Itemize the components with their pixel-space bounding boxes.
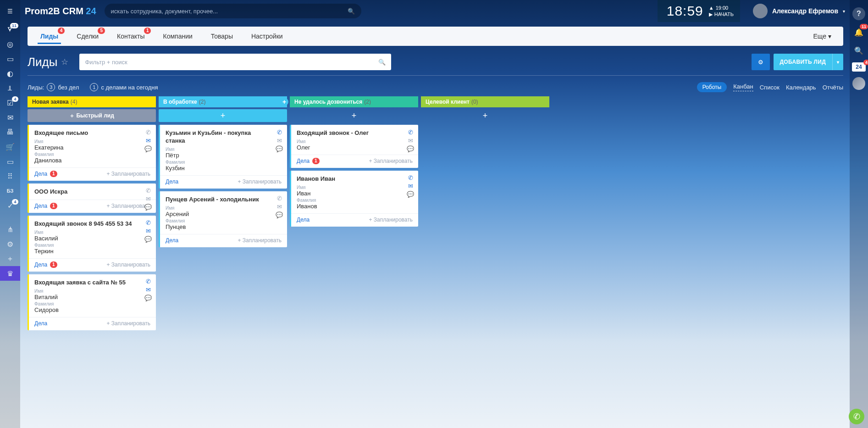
nav-tab-0[interactable]: Лиды4 — [31, 27, 67, 46]
app-logo[interactable]: Prom2B CRM 24 — [25, 6, 96, 17]
mail-icon[interactable]: ✉ — [144, 195, 152, 203]
settings-button[interactable]: ⚙ — [752, 54, 770, 70]
card-plan-link[interactable]: + Запланировать — [369, 217, 413, 223]
lead-card[interactable]: Входящий звонок - ОлегИмяОлег✆✉💬Дела 1+ … — [290, 125, 418, 168]
mail-icon[interactable]: ✉ — [406, 137, 415, 144]
phone-icon[interactable]: ✆ — [144, 128, 152, 136]
mail-icon[interactable]: ✉ — [275, 203, 283, 211]
card-deals-link[interactable]: Дела — [166, 237, 178, 244]
rail-filter-icon[interactable]: ⛛11 — [0, 22, 20, 37]
lead-card[interactable]: Иванов ИванИмяИванФамилияИванов✆✉💬Дела+ … — [290, 171, 418, 227]
card-plan-link[interactable]: + Запланировать — [106, 320, 150, 327]
leads-count-today[interactable]: 1 — [90, 83, 98, 91]
card-deals-link[interactable]: Дела — [166, 178, 178, 185]
bell-icon[interactable]: 🔔11 — [852, 26, 865, 39]
rail-cart-icon[interactable]: 🛒 — [0, 139, 20, 154]
rail-apps-icon[interactable]: ⠿ — [0, 169, 20, 183]
filter-input[interactable] — [85, 59, 378, 66]
lead-card[interactable]: Пунцев Арсений - холодильникИмяАрсенийФа… — [159, 191, 287, 247]
nav-tab-1[interactable]: Сделки5 — [67, 27, 108, 46]
filter-search[interactable] — [79, 54, 391, 70]
column-header[interactable]: В обработке (2)+ — [159, 96, 287, 107]
card-deals-link[interactable]: Дела — [34, 320, 47, 327]
card-deals-link[interactable]: Дела — [297, 217, 310, 223]
leads-count-nodeals[interactable]: 3 — [47, 83, 55, 91]
chevron-down-icon[interactable]: ▾ — [832, 54, 843, 70]
column-header[interactable]: Не удалось дозвониться (2) — [290, 96, 418, 107]
chat-icon[interactable]: 💬 — [144, 295, 152, 302]
call-fab[interactable]: ✆ — [849, 409, 864, 424]
quick-lead-button[interactable]: ＋ Быстрый лид — [28, 109, 156, 122]
phone-icon[interactable]: ✆ — [144, 187, 152, 195]
chat-icon[interactable]: 💬 — [275, 211, 283, 219]
search-icon[interactable] — [378, 59, 386, 66]
clock-start-button[interactable]: ▶ НАЧАТЬ — [709, 11, 734, 17]
mail-icon[interactable]: ✉ — [406, 183, 415, 190]
rail-moon-icon[interactable]: ◐ — [0, 66, 20, 81]
help-icon[interactable]: ? — [852, 7, 865, 20]
hamburger-menu[interactable]: ☰ — [0, 0, 20, 22]
chat-icon[interactable]: 💬 — [144, 145, 152, 152]
column-header[interactable]: Целевой клиент (0) — [421, 96, 549, 107]
card-plan-link[interactable]: + Запланировать — [238, 178, 282, 185]
view-kanban[interactable]: Канбан — [733, 83, 753, 91]
rail-crown-icon[interactable]: ♛ — [0, 266, 20, 281]
lead-card[interactable]: Входящая заявка с сайта № 55ИмяВиталийФа… — [28, 274, 156, 330]
rail-gear-icon[interactable]: ⚙ — [0, 237, 20, 251]
lead-card[interactable]: Входящий звонок 8 945 455 53 34ИмяВасили… — [28, 216, 156, 272]
rail-target-icon[interactable]: ◎ — [0, 37, 20, 51]
phone-icon[interactable]: ✆ — [275, 195, 283, 202]
global-search-input[interactable] — [111, 8, 348, 15]
mail-icon[interactable]: ✉ — [275, 137, 283, 144]
lead-card[interactable]: Кузьмин и Кузьбин - покупка станкаИмяПёт… — [159, 125, 287, 189]
nav-tab-5[interactable]: Настройки — [242, 27, 292, 46]
search-icon[interactable]: 🔍 — [852, 44, 865, 57]
rail-doc-icon[interactable]: ▭ — [0, 51, 20, 66]
robots-button[interactable]: Роботы — [697, 82, 727, 92]
card-plan-link[interactable]: + Запланировать — [238, 237, 282, 244]
phone-icon[interactable]: ✆ — [406, 128, 415, 136]
rail-kb-icon[interactable]: БЗ — [0, 183, 20, 198]
view-reports[interactable]: Отчёты — [823, 84, 843, 91]
column-header[interactable]: Новая заявка (4) — [28, 96, 156, 107]
nav-tab-2[interactable]: Контакты1 — [108, 27, 154, 46]
lead-card[interactable]: Входящее письмоИмяЕкатеринаФамилияДанило… — [28, 125, 156, 181]
chat-icon[interactable]: 💬 — [275, 145, 283, 152]
column-add-button[interactable]: + — [290, 109, 418, 122]
user-menu[interactable]: Александр Ефремов ▾ — [753, 4, 845, 18]
rail-check-icon[interactable]: ☑4 — [0, 95, 20, 110]
phone-icon[interactable]: ✆ — [406, 174, 415, 182]
phone-icon[interactable]: ✆ — [275, 128, 283, 136]
rail-mail-icon[interactable]: ✉ — [0, 110, 20, 125]
card-deals-link[interactable]: Дела 1 — [34, 171, 57, 177]
chat-icon[interactable]: 💬 — [144, 204, 152, 211]
star-icon[interactable]: ☆ — [61, 57, 68, 67]
nav-tab-3[interactable]: Компании — [154, 27, 201, 46]
column-add-button[interactable]: + — [421, 109, 549, 122]
global-search[interactable] — [105, 4, 361, 18]
rail-shield-icon[interactable]: ✓4 — [0, 198, 20, 213]
mail-icon[interactable]: ✉ — [144, 286, 152, 294]
mail-icon[interactable]: ✉ — [144, 137, 152, 144]
rail-print-icon[interactable]: 🖶 — [0, 125, 20, 139]
card-deals-link[interactable]: Дела 1 — [297, 158, 320, 164]
card-plan-link[interactable]: + Запланировать — [106, 171, 150, 177]
column-add-icon[interactable]: + — [280, 98, 288, 106]
rail-avatar[interactable] — [852, 77, 865, 90]
rail-chart-icon[interactable]: ⫫ — [0, 81, 20, 95]
view-calendar[interactable]: Календарь — [786, 84, 816, 91]
rail-plus-icon[interactable]: ＋ — [0, 251, 20, 266]
b24-badge[interactable]: 244 — [852, 62, 866, 72]
lead-card[interactable]: ООО Искра✆✉💬Дела 1+ Запланировать — [28, 183, 156, 213]
chat-icon[interactable]: 💬 — [406, 191, 415, 198]
chat-icon[interactable]: 💬 — [406, 145, 415, 152]
card-deals-link[interactable]: Дела 1 — [34, 261, 57, 268]
phone-icon[interactable]: ✆ — [144, 219, 152, 227]
view-list[interactable]: Список — [760, 84, 780, 91]
search-icon[interactable] — [348, 8, 355, 15]
rail-sitemap-icon[interactable]: ⋔ — [0, 222, 20, 237]
nav-tab-4[interactable]: Товары — [202, 27, 242, 46]
column-add-button[interactable]: + — [159, 109, 287, 122]
add-lead-button[interactable]: ДОБАВИТЬ ЛИД ▾ — [774, 54, 844, 70]
chat-icon[interactable]: 💬 — [144, 236, 152, 243]
